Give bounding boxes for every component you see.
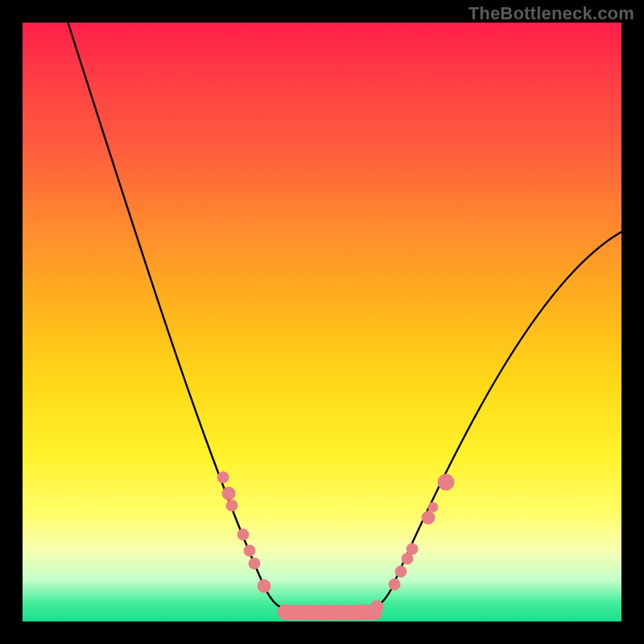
- bead-left-6: [258, 580, 270, 592]
- bead-right-5: [395, 566, 407, 577]
- bottleneck-curve: [63, 23, 621, 612]
- bead-right-1: [428, 502, 438, 512]
- bead-right-7: [407, 543, 418, 555]
- bead-floor-5: [370, 601, 383, 613]
- bead-floor-0: [278, 605, 292, 619]
- bead-right-3: [438, 474, 454, 490]
- curve-svg: [23, 23, 621, 621]
- plot-area: [23, 23, 621, 621]
- bead-left-3: [237, 529, 249, 540]
- bead-floor-4: [353, 605, 368, 619]
- bead-left-4: [244, 545, 255, 556]
- bead-left-1: [222, 487, 235, 500]
- bead-floor-2: [316, 605, 331, 620]
- bead-left-0: [217, 472, 229, 483]
- chart-stage: TheBottleneck.com: [0, 0, 644, 644]
- bead-left-5: [249, 558, 260, 569]
- bead-left-2: [226, 500, 237, 511]
- watermark-text: TheBottleneck.com: [469, 3, 634, 24]
- bead-right-0: [422, 511, 435, 524]
- bead-floor-3: [336, 605, 350, 620]
- bead-floor-1: [297, 605, 312, 620]
- bead-right-4: [389, 579, 400, 590]
